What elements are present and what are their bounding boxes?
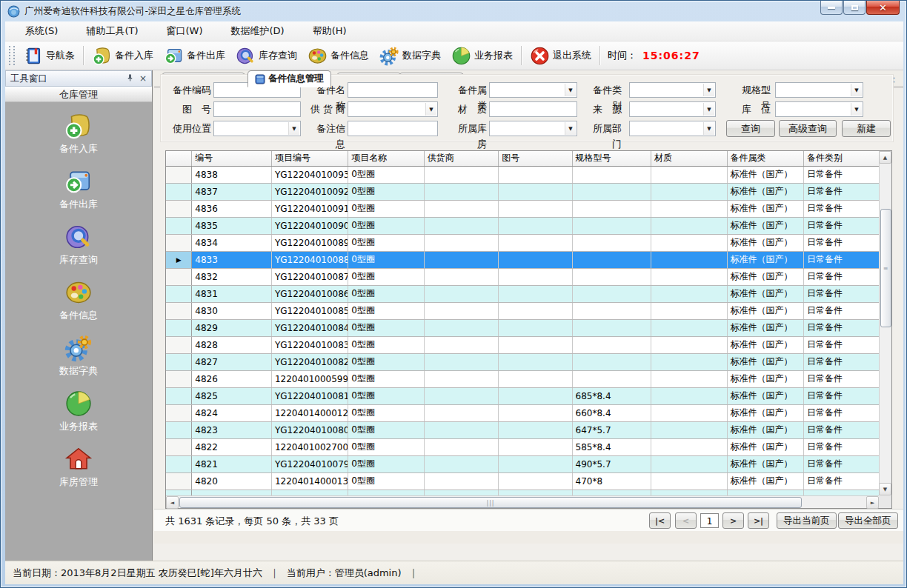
table-row[interactable]: 4831YG122040100860型圈标准件（国产）日常备件M	[166, 285, 879, 302]
prev-page-button[interactable]: <	[675, 512, 697, 529]
stock-query-button[interactable]: 库存查询	[230, 44, 302, 68]
maximize-button[interactable]	[843, 1, 866, 15]
table-row[interactable]: 4838YG122040100930型圈标准件（国产）日常备件M	[166, 166, 879, 183]
column-header[interactable]: 编号	[192, 151, 272, 166]
column-header[interactable]: 材质	[651, 151, 727, 166]
table-row[interactable]: 4836YG122040100910型圈标准件（国产）日常备件M	[166, 200, 879, 217]
last-page-button[interactable]: >|	[748, 512, 769, 529]
next-page-button[interactable]: >	[722, 512, 744, 529]
chevron-down-icon[interactable]: ▼	[425, 103, 436, 116]
grid-cell	[499, 319, 572, 336]
grid-cell: 日常备件	[803, 472, 879, 490]
export-all-pages-button[interactable]: 导出全部页	[838, 512, 898, 529]
column-header[interactable]: 项目名称	[348, 151, 424, 166]
tab-parts-info-management-2[interactable]: 备件信息管理	[247, 70, 331, 87]
business-report-button[interactable]: 业务报表	[446, 44, 518, 68]
table-row[interactable]: 482012204014000130型圈470*8标准件（国产）日常备件PC	[166, 472, 879, 490]
column-header[interactable]: 项目编号	[271, 151, 348, 166]
parts-info-button[interactable]: 备件信息	[302, 44, 374, 68]
minimize-button[interactable]	[820, 1, 843, 15]
sidebar-item-parts-inbound[interactable]: 备件入库	[59, 112, 98, 156]
column-header[interactable]: 规格型号	[572, 151, 651, 166]
scroll-left-icon[interactable]: ◄	[166, 496, 179, 509]
page-number-input[interactable]: 1	[700, 513, 719, 528]
close-panel-icon[interactable]: ×	[139, 73, 147, 84]
form-combo-field[interactable]: ▼	[348, 101, 438, 117]
scroll-right-icon[interactable]: ►	[866, 496, 879, 509]
menu-data[interactable]: 数据维护(D)	[222, 21, 294, 41]
form-text-field[interactable]	[348, 121, 438, 136]
table-row[interactable]: 4827YG122040100820型圈标准件（国产）日常备件M	[166, 353, 879, 370]
column-header[interactable]: 备件属类	[727, 151, 803, 166]
parts-outbound-button[interactable]: 备件出库	[159, 44, 230, 68]
data-dictionary-button[interactable]: 数据字典	[374, 44, 446, 68]
table-row[interactable]: 4830YG122040100850型圈标准件（国产）日常备件M	[166, 302, 879, 319]
new-button[interactable]: 新建	[842, 120, 891, 137]
table-row[interactable]: ▶4833YG122040100880型圈标准件（国产）日常备件M	[166, 251, 879, 268]
form-combo-field[interactable]: ▼	[489, 82, 577, 98]
pin-icon[interactable]	[127, 73, 133, 84]
chevron-down-icon[interactable]: ▼	[703, 84, 714, 96]
table-row[interactable]: 4829YG122040100840型圈标准件（国产）日常备件M	[166, 319, 879, 336]
chevron-down-icon[interactable]: ▼	[703, 103, 714, 116]
table-row[interactable]: 4825YG122040100810型圈685*8.4标准件（国产）日常备件PC	[166, 387, 879, 404]
column-header[interactable]: 图号	[499, 151, 572, 166]
table-row[interactable]	[166, 490, 879, 495]
form-combo-field[interactable]: ▼	[213, 121, 301, 136]
scroll-up-icon[interactable]: ▲	[879, 151, 891, 164]
chevron-down-icon[interactable]: ▼	[851, 103, 862, 116]
table-row[interactable]: 482212204010027000型圈585*8.4标准件（国产）日常备件PC	[166, 438, 879, 455]
table-row[interactable]: 482612204010005990型圈标准件（国产）日常备件M	[166, 370, 879, 387]
export-current-page-button[interactable]: 导出当前页	[777, 512, 837, 529]
table-row[interactable]: 4834YG122040100890型圈标准件（国产）日常备件M	[166, 234, 879, 251]
close-button[interactable]: ✕	[866, 1, 900, 15]
chevron-down-icon[interactable]: ▼	[565, 122, 576, 135]
column-header[interactable]: 备件类别	[803, 151, 879, 166]
vertical-scrollbar[interactable]: ▲ ≡ ▼	[879, 151, 891, 495]
sidebar-item-parts-info[interactable]: 备件信息	[59, 278, 98, 322]
form-combo-field[interactable]: ▼	[629, 101, 716, 117]
toolbar-grip[interactable]	[9, 46, 15, 65]
form-combo-field[interactable]: ▼	[775, 82, 863, 98]
table-row[interactable]: 4828YG122040100830型圈标准件（国产）日常备件M	[166, 336, 879, 353]
sidebar-item-parts-outbound[interactable]: 备件出库	[59, 167, 98, 211]
menu-window[interactable]: 窗口(W)	[157, 21, 213, 41]
form-combo-field[interactable]: ▼	[489, 121, 577, 136]
chevron-down-icon[interactable]: ▼	[851, 84, 862, 96]
menu-tools[interactable]: 辅助工具(T)	[76, 21, 147, 41]
form-text-field[interactable]	[489, 101, 577, 117]
form-combo-field[interactable]: ▼	[775, 101, 863, 117]
horizontal-scroll-thumb[interactable]: |||	[179, 497, 802, 508]
advanced-query-button[interactable]: 高级查询	[779, 120, 837, 137]
chevron-down-icon[interactable]: ▼	[288, 122, 299, 135]
parts-inbound-button[interactable]: 备件入库	[87, 44, 159, 68]
grid-cell: 日常备件	[803, 183, 879, 200]
table-row[interactable]: 4835YG122040100900型圈标准件（国产）日常备件M	[166, 217, 879, 234]
menu-system[interactable]: 系统(S)	[16, 21, 67, 41]
chevron-down-icon[interactable]: ▼	[565, 84, 576, 96]
table-row[interactable]: 4821YG122040100790型圈490*5.7标准件（国产）日常备件PC	[166, 455, 879, 472]
form-combo-field[interactable]: ▼	[629, 121, 716, 136]
vertical-scroll-thumb[interactable]: ≡	[880, 209, 891, 327]
grid-cell: YG12204010082	[271, 353, 348, 370]
form-combo-field[interactable]: ▼	[629, 82, 716, 98]
navbar-button[interactable]: 导航条	[18, 44, 80, 68]
column-header[interactable]: 供货商	[424, 151, 498, 166]
table-row[interactable]: 4832YG122040100870型圈标准件（国产）日常备件M	[166, 268, 879, 285]
horizontal-scrollbar[interactable]: ◄ ||| ►	[166, 495, 879, 508]
menu-help[interactable]: 帮助(H)	[303, 21, 356, 41]
table-row[interactable]: 482412204014000120型圈660*8.4标准件（国产）日常备件PC	[166, 404, 879, 421]
sidebar-item-data-dictionary[interactable]: 数据字典	[59, 334, 98, 378]
form-text-field[interactable]	[348, 82, 438, 98]
scroll-down-icon[interactable]: ▼	[879, 483, 891, 495]
table-row[interactable]: 4823YG122040100800型圈647*5.7标准件（国产）日常备件PC	[166, 421, 879, 438]
table-row[interactable]: 4837YG122040100920型圈标准件（国产）日常备件M	[166, 183, 879, 200]
exit-system-button[interactable]: 退出系统	[525, 44, 597, 68]
sidebar-item-warehouse-management[interactable]: 库房管理	[59, 445, 98, 489]
form-text-field[interactable]	[213, 101, 301, 117]
first-page-button[interactable]: |<	[649, 512, 671, 529]
sidebar-item-stock-query[interactable]: 库存查询	[59, 223, 98, 267]
sidebar-item-business-report[interactable]: 业务报表	[59, 390, 98, 433]
query-button[interactable]: 查询	[726, 120, 775, 137]
chevron-down-icon[interactable]: ▼	[703, 122, 714, 135]
